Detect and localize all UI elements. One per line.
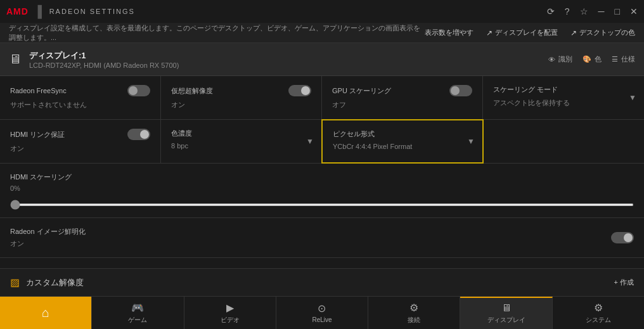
sharpening-row: Radeon イメージ鮮明化 オン bbox=[0, 218, 644, 258]
nav-video[interactable]: ▶ ビデオ bbox=[184, 297, 276, 329]
scaling-mode-cell[interactable]: スケーリング モード アスペクト比を保持する ▼ bbox=[483, 76, 644, 119]
pixel-format-label: ピクセル形式 bbox=[333, 129, 472, 139]
desktop-color-label: デスクトップの色 bbox=[579, 28, 635, 37]
virtual-super-res-cell: 仮想超解像度 オン bbox=[161, 76, 322, 119]
scaling-mode-value: アスペクト比を保持する bbox=[493, 98, 634, 108]
star-icon[interactable]: ☆ bbox=[580, 6, 588, 16]
freesync-knob bbox=[129, 86, 138, 95]
hdmi-scaling-row: HDMI スケーリング 0% bbox=[0, 164, 644, 218]
close-icon[interactable]: ✕ bbox=[630, 6, 638, 16]
freesync-toggle[interactable] bbox=[127, 85, 150, 96]
hdmi-link-cell: HDMI リンク保証 オン bbox=[0, 120, 161, 163]
list-icon: ☰ bbox=[612, 55, 618, 63]
desktop-color-btn[interactable]: ↗ デスクトップの色 bbox=[570, 28, 635, 37]
hdmi-scaling-value: 0% bbox=[10, 184, 634, 192]
nav-video-label: ビデオ bbox=[221, 316, 240, 325]
title-separator: ▐ bbox=[34, 5, 42, 18]
empty-cell bbox=[483, 120, 644, 163]
nav-display-label: ディスプレイ bbox=[487, 316, 525, 325]
subtitle-description: ディスプレイ設定を構成して、表示を最適化します。このページでデスクトップ、ビデオ… bbox=[9, 23, 425, 42]
gpu-scaling-value: オフ bbox=[332, 100, 472, 110]
display-header: 🖥 ディスプレイ:1 LCD-RDT242XP, HDMI (AMD Radeo… bbox=[0, 43, 644, 76]
hdmi-scaling-slider[interactable] bbox=[10, 203, 634, 206]
settings-row-1: Radeon FreeSync サポートされていません 仮想超解像度 オン GP… bbox=[0, 76, 644, 120]
video-icon: ▶ bbox=[226, 302, 234, 314]
arrow-icon2: ↗ bbox=[570, 29, 577, 37]
gpu-scaling-cell: GPU スケーリング オフ bbox=[322, 76, 483, 119]
titlebar-right: ⟳ ? ☆ ─ □ ✕ bbox=[547, 6, 638, 16]
subtitle-actions: 表示数を増やす ↗ ディスプレイを配置 ↗ デスクトップの色 bbox=[425, 28, 635, 37]
nav-system[interactable]: ⚙ システム bbox=[553, 297, 644, 329]
color-depth-label: 色濃度 bbox=[171, 129, 311, 138]
display-sub: LCD-RDT242XP, HDMI (AMD Radeon RX 5700) bbox=[29, 61, 179, 69]
vsr-toggle[interactable] bbox=[288, 85, 311, 96]
color-icon: 🎨 bbox=[583, 55, 591, 63]
nav-game[interactable]: 🎮 ゲーム bbox=[92, 297, 184, 329]
display-info: ディスプレイ:1 LCD-RDT242XP, HDMI (AMD Radeon … bbox=[29, 50, 179, 69]
pixel-format-cell[interactable]: ピクセル形式 YCbCr 4:4:4 Pixel Format ▼ bbox=[321, 119, 484, 164]
gpu-scaling-label: GPU スケーリング bbox=[332, 86, 391, 96]
freesync-value: サポートされていません bbox=[10, 100, 150, 110]
relive-icon: ⊙ bbox=[318, 302, 326, 314]
nav-game-label: ゲーム bbox=[128, 316, 147, 325]
display-name: ディスプレイ:1 bbox=[29, 50, 179, 61]
connect-icon: ⚙ bbox=[409, 302, 418, 314]
spec-label: 仕様 bbox=[621, 55, 635, 64]
stripes-icon: ▨ bbox=[10, 276, 20, 288]
custom-res-left: ▨ カスタム解像度 bbox=[10, 276, 84, 288]
color-label: 色 bbox=[595, 55, 602, 64]
amd-logo: AMD bbox=[6, 6, 29, 16]
gpu-scaling-knob bbox=[451, 86, 460, 95]
vsr-row: 仮想超解像度 bbox=[171, 85, 311, 96]
color-depth-chevron: ▼ bbox=[306, 137, 314, 146]
scaling-mode-chevron: ▼ bbox=[629, 93, 636, 102]
gpu-scaling-toggle[interactable] bbox=[449, 85, 472, 96]
nav-connect[interactable]: ⚙ 接続 bbox=[368, 297, 460, 329]
pixel-format-value: YCbCr 4:4:4 Pixel Format bbox=[333, 143, 472, 150]
settings-row-2: HDMI リンク保証 オン 色濃度 8 bpc ▼ ピクセル形式 YCbCr 4… bbox=[0, 120, 644, 164]
help-icon[interactable]: ? bbox=[565, 6, 570, 16]
custom-res-label: カスタム解像度 bbox=[26, 277, 84, 288]
arrange-label: ディスプレイを配置 bbox=[495, 28, 558, 37]
color-depth-value: 8 bpc bbox=[171, 142, 311, 150]
display-header-left: 🖥 ディスプレイ:1 LCD-RDT242XP, HDMI (AMD Radeo… bbox=[9, 50, 179, 69]
maximize-icon[interactable]: □ bbox=[615, 6, 620, 16]
system-icon: ⚙ bbox=[594, 302, 603, 314]
home-icon: ⌂ bbox=[42, 306, 49, 320]
sharpening-toggle[interactable] bbox=[611, 232, 634, 243]
freesync-label: Radeon FreeSync bbox=[10, 87, 67, 94]
nav-system-label: システム bbox=[586, 316, 611, 325]
hdmi-link-value: オン bbox=[10, 144, 150, 153]
spec-btn[interactable]: ☰ 仕様 bbox=[612, 55, 635, 64]
arrow-icon: ↗ bbox=[486, 29, 493, 37]
eye-icon: 👁 bbox=[548, 56, 555, 63]
nav-connect-label: 接続 bbox=[408, 316, 420, 325]
vsr-knob bbox=[301, 86, 310, 95]
hdmi-link-toggle[interactable] bbox=[127, 129, 150, 140]
freesync-cell: Radeon FreeSync サポートされていません bbox=[0, 76, 161, 119]
refresh-icon[interactable]: ⟳ bbox=[547, 6, 555, 16]
gpu-scaling-row: GPU スケーリング bbox=[332, 85, 472, 96]
color-btn[interactable]: 🎨 色 bbox=[583, 55, 602, 64]
content-area: Radeon FreeSync サポートされていません 仮想超解像度 オン GP… bbox=[0, 76, 644, 296]
subtitle-action-label: 表示数を増やす bbox=[425, 28, 473, 37]
hdmi-link-knob bbox=[140, 130, 149, 139]
nav-display[interactable]: 🖥 ディスプレイ bbox=[460, 297, 552, 329]
nav-home[interactable]: ⌂ bbox=[0, 297, 92, 329]
sharpening-knob bbox=[624, 233, 633, 242]
vsr-label: 仮想超解像度 bbox=[171, 86, 213, 96]
minimize-icon[interactable]: ─ bbox=[598, 6, 605, 16]
hdmi-link-row: HDMI リンク保証 bbox=[10, 129, 150, 140]
sharpening-left: Radeon イメージ鮮明化 オン bbox=[10, 227, 86, 248]
arrange-displays-btn[interactable]: ↗ ディスプレイを配置 bbox=[486, 28, 558, 37]
game-icon: 🎮 bbox=[131, 302, 144, 314]
create-button[interactable]: + 作成 bbox=[614, 278, 634, 287]
identify-label: 識別 bbox=[558, 55, 572, 64]
increase-displays-btn[interactable]: 表示数を増やす bbox=[425, 28, 473, 37]
app-title: RADEON SETTINGS bbox=[49, 8, 135, 15]
custom-resolution-bar: ▨ カスタム解像度 + 作成 bbox=[0, 268, 644, 296]
nav-relive[interactable]: ⊙ ReLive bbox=[276, 297, 368, 329]
color-depth-cell[interactable]: 色濃度 8 bpc ▼ bbox=[161, 120, 322, 163]
identify-btn[interactable]: 👁 識別 bbox=[548, 55, 572, 64]
pixel-format-chevron: ▼ bbox=[467, 137, 475, 146]
